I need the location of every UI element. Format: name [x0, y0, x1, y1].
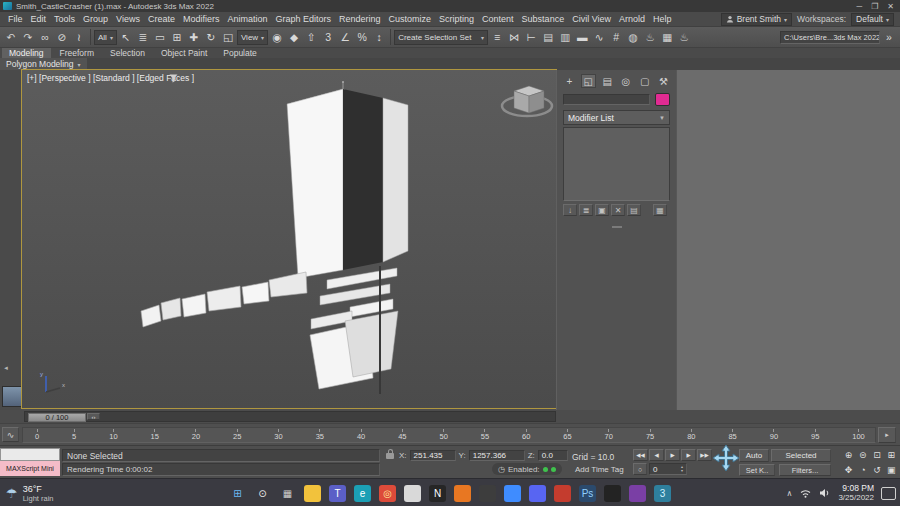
discord-icon[interactable]: [529, 485, 546, 502]
time-slider-track[interactable]: 0 / 100 ‹›: [24, 411, 556, 422]
menu-item[interactable]: Views: [112, 14, 144, 24]
selection-lock-toggle[interactable]: [386, 453, 394, 459]
tab-selection[interactable]: Selection: [103, 48, 152, 58]
next-frame-button[interactable]: ▶: [681, 449, 696, 461]
teams-icon[interactable]: T: [329, 485, 346, 502]
project-folder-field[interactable]: C:\Users\Bre...3ds Max 2022: [780, 31, 880, 44]
angle-snap-icon[interactable]: ∠: [337, 29, 353, 45]
zoom-region-icon[interactable]: ⊞: [885, 448, 898, 462]
spinner-snap-icon[interactable]: ↕: [371, 29, 387, 45]
app-icon-5[interactable]: [504, 485, 521, 502]
key-mode-toggle-button[interactable]: ○: [633, 463, 647, 475]
z-coordinate-field[interactable]: 0.0: [538, 450, 568, 461]
menu-item[interactable]: Animation: [223, 14, 271, 24]
viewport-layout-tab[interactable]: [2, 386, 22, 407]
select-and-scale-icon[interactable]: ◱: [220, 29, 236, 45]
maximize-viewport-icon[interactable]: ▣: [885, 463, 898, 477]
object-color-swatch[interactable]: [655, 93, 670, 106]
create-tab-icon[interactable]: +: [562, 74, 577, 88]
material-editor-icon[interactable]: ◍: [625, 29, 641, 45]
select-and-link-icon[interactable]: ∞: [37, 29, 53, 45]
motion-tab-icon[interactable]: ◎: [619, 74, 634, 88]
select-object-icon[interactable]: ↖: [118, 29, 134, 45]
menu-item[interactable]: Group: [79, 14, 112, 24]
edit-named-selections-icon[interactable]: ≡: [489, 29, 505, 45]
select-and-manipulate-icon[interactable]: ◆: [286, 29, 302, 45]
menu-item[interactable]: Graph Editors: [271, 14, 335, 24]
select-and-move-icon[interactable]: ✚: [186, 29, 202, 45]
make-unique-button[interactable]: ▣: [595, 204, 609, 216]
app-icon-2[interactable]: N: [429, 485, 446, 502]
previous-frame-button[interactable]: ◀: [649, 449, 664, 461]
task-view-button[interactable]: ▦: [279, 485, 296, 502]
menu-item[interactable]: Substance: [518, 14, 569, 24]
app-icon-4[interactable]: [479, 485, 496, 502]
play-button[interactable]: ▶: [665, 449, 680, 461]
notification-center-button[interactable]: [881, 487, 896, 500]
percent-snap-icon[interactable]: %: [354, 29, 370, 45]
redo-icon[interactable]: ↷: [20, 29, 36, 45]
menu-item[interactable]: Modifiers: [179, 14, 224, 24]
render-production-icon[interactable]: ♨: [676, 29, 692, 45]
workspace-dropdown[interactable]: Default ▾: [851, 13, 894, 26]
unlink-selection-icon[interactable]: ⊘: [54, 29, 70, 45]
toolbar-overflow-button[interactable]: »: [881, 29, 897, 45]
window-crossing-icon[interactable]: ⊞: [169, 29, 185, 45]
tab-modeling[interactable]: Modeling: [2, 48, 51, 58]
selection-region-icon[interactable]: ▭: [152, 29, 168, 45]
show-end-result-button[interactable]: ≣: [579, 204, 593, 216]
mirror-icon[interactable]: ⋈: [506, 29, 522, 45]
frame-step-buttons[interactable]: ‹›: [87, 413, 100, 420]
utilities-tab-icon[interactable]: ⚒: [656, 74, 671, 88]
frame-ruler[interactable]: 0510152025303540455055606570758085909510…: [22, 427, 876, 443]
display-tab-icon[interactable]: ▢: [637, 74, 652, 88]
menu-item[interactable]: Customize: [385, 14, 436, 24]
zoom-icon[interactable]: ⊕: [842, 448, 855, 462]
menu-item[interactable]: Civil View: [568, 14, 615, 24]
undo-icon[interactable]: ↶: [3, 29, 19, 45]
pin-stack-button[interactable]: ↓: [563, 204, 577, 216]
keyboard-shortcut-override-icon[interactable]: ⇧: [303, 29, 319, 45]
hidden-icons-button[interactable]: ∧: [787, 489, 793, 498]
menu-item[interactable]: Edit: [27, 14, 51, 24]
configure-modifier-sets-button[interactable]: ▤: [627, 204, 641, 216]
app-icon-3[interactable]: [454, 485, 471, 502]
go-to-start-button[interactable]: ◀◀: [633, 449, 648, 461]
orbit-icon[interactable]: ↺: [871, 463, 884, 477]
time-slider-handle[interactable]: 0 / 100: [28, 413, 86, 422]
select-by-name-icon[interactable]: ≣: [135, 29, 151, 45]
file-explorer-icon[interactable]: [304, 485, 321, 502]
named-selection-set-field[interactable]: Create Selection Set ▾: [394, 30, 488, 45]
viewcube[interactable]: [502, 86, 552, 116]
modify-tab-icon[interactable]: ◱: [581, 74, 596, 88]
toggle-scene-explorer-icon[interactable]: ▤: [540, 29, 556, 45]
volume-icon[interactable]: [819, 488, 831, 498]
zoom-all-icon[interactable]: ⊜: [856, 448, 869, 462]
photoshop-icon[interactable]: Ps: [579, 485, 596, 502]
select-and-rotate-icon[interactable]: ↻: [203, 29, 219, 45]
render-setup-icon[interactable]: ♨: [642, 29, 658, 45]
menu-item[interactable]: Arnold: [615, 14, 649, 24]
tab-freeform[interactable]: Freeform: [53, 48, 101, 58]
minimize-button[interactable]: ─: [856, 2, 862, 11]
menu-item[interactable]: Create: [144, 14, 179, 24]
y-coordinate-field[interactable]: 1257.366: [469, 450, 525, 461]
app-icon-8[interactable]: [629, 485, 646, 502]
current-frame-field[interactable]: 0 ▴▾: [649, 463, 687, 475]
tab-object-paint[interactable]: Object Paint: [154, 48, 214, 58]
frame-spinner[interactable]: ▴▾: [681, 465, 683, 473]
app-icon-1[interactable]: [404, 485, 421, 502]
maxscript-listener-field[interactable]: [0, 448, 60, 461]
max-icon[interactable]: 3: [654, 485, 671, 502]
zoom-extents-icon[interactable]: ⊡: [871, 448, 884, 462]
edge-icon[interactable]: e: [354, 485, 371, 502]
tab-populate[interactable]: Populate: [216, 48, 264, 58]
add-time-tag[interactable]: Add Time Tag: [575, 465, 624, 474]
set-key-button[interactable]: Set K..: [739, 464, 775, 476]
reference-coordinate-dropdown[interactable]: View ▾: [237, 30, 268, 45]
wifi-icon[interactable]: [799, 488, 812, 498]
object-name-field[interactable]: [563, 94, 650, 105]
auto-key-button[interactable]: Auto: [739, 449, 769, 462]
menu-item[interactable]: Tools: [50, 14, 79, 24]
start-button[interactable]: ⊞: [229, 485, 246, 502]
